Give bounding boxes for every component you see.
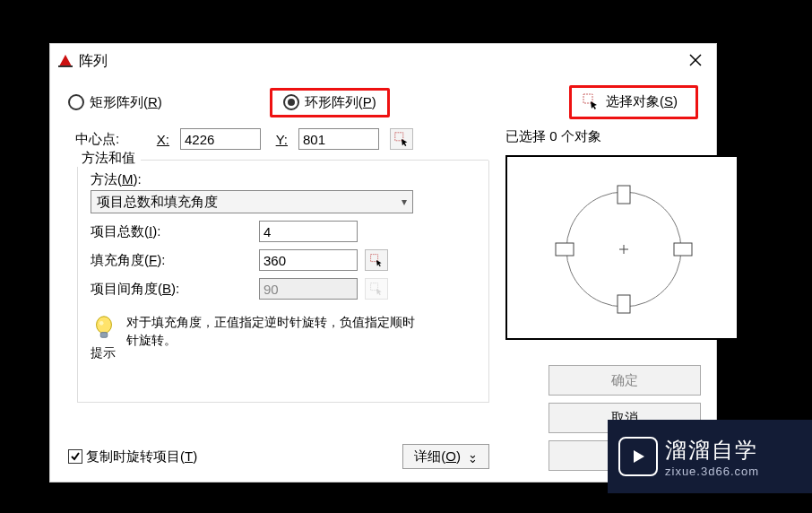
pick-angle-icon — [369, 253, 384, 267]
center-x-input[interactable] — [180, 128, 261, 150]
total-items-input[interactable] — [259, 221, 358, 242]
angle-between-input — [259, 278, 358, 300]
play-icon — [618, 437, 658, 476]
fill-angle-input[interactable] — [259, 249, 358, 271]
polar-array-radio[interactable]: 环形阵列(P) — [283, 94, 376, 111]
method-label: 方法(M): — [91, 171, 476, 188]
rotate-copies-checkbox[interactable]: 复制时旋转项目(T) — [68, 448, 197, 465]
svg-rect-14 — [618, 186, 630, 204]
svg-point-8 — [97, 317, 112, 334]
array-preview — [505, 155, 739, 340]
angle-between-label: 项目间角度(B): — [91, 281, 252, 298]
radio-icon — [283, 94, 299, 110]
hint-section: 提示 对于填充角度，正值指定逆时针旋转，负值指定顺时针旋转。 — [91, 314, 476, 361]
array-dialog: 阵列 矩形阵列(R) 环形阵列(P) 选择对象(S) 已选择 0 个对象 中心点… — [49, 43, 717, 483]
center-y-input[interactable] — [298, 128, 379, 150]
dialog-title: 阵列 — [79, 52, 108, 71]
pick-between-angle-button — [365, 278, 388, 300]
array-type-row: 矩形阵列(R) 环形阵列(P) 选择对象(S) — [50, 78, 716, 125]
svg-marker-18 — [634, 450, 644, 463]
center-point-row: 中心点: X: Y: — [50, 125, 716, 155]
svg-rect-15 — [674, 243, 692, 256]
fill-angle-label: 填充角度(F): — [91, 252, 252, 269]
method-selected: 项目总数和填充角度 — [97, 194, 218, 211]
titlebar: 阵列 — [50, 44, 716, 78]
radio-icon — [68, 94, 84, 110]
svg-rect-17 — [556, 243, 574, 256]
pick-center-button[interactable] — [390, 128, 413, 150]
hint-title: 提示 — [91, 345, 117, 361]
close-icon — [688, 53, 703, 67]
method-value-fieldset: 方法和值 方法(M): 项目总数和填充角度 ▾ 项目总数(I): 填充角度(F)… — [77, 161, 489, 403]
selection-status: 已选择 0 个对象 — [505, 128, 601, 145]
select-objects-icon — [581, 91, 600, 111]
ok-button[interactable]: 确定 — [549, 365, 701, 396]
chevron-down-icon: ▾ — [402, 196, 407, 208]
svg-rect-9 — [100, 333, 108, 338]
svg-point-10 — [99, 321, 104, 326]
double-chevron-down-icon: ⌄⌄ — [468, 450, 478, 463]
svg-marker-0 — [59, 55, 72, 66]
lightbulb-icon — [91, 314, 117, 341]
app-icon — [57, 53, 73, 69]
close-button[interactable] — [682, 48, 709, 73]
total-items-label: 项目总数(I): — [91, 223, 252, 240]
svg-rect-1 — [58, 65, 73, 67]
checkbox-icon — [68, 449, 82, 464]
select-objects-button[interactable]: 选择对象(S) — [606, 93, 678, 110]
pick-angle-icon — [369, 282, 384, 296]
watermark: 溜溜自学 zixue.3d66.com — [608, 420, 812, 493]
method-dropdown[interactable]: 项目总数和填充角度 ▾ — [91, 190, 413, 213]
svg-rect-16 — [618, 295, 630, 313]
pick-fill-angle-button[interactable] — [365, 249, 388, 271]
watermark-text: 溜溜自学 — [665, 436, 759, 465]
details-button[interactable]: 详细(O) ⌄⌄ — [402, 444, 489, 469]
highlight-select-objects: 选择对象(S) — [569, 85, 698, 119]
watermark-url: zixue.3d66.com — [665, 465, 759, 478]
center-point-label: 中心点: — [75, 131, 143, 148]
dialog-bottom-row: 复制时旋转项目(T) 详细(O) ⌄⌄ — [68, 444, 489, 469]
fieldset-legend: 方法和值 — [76, 150, 141, 167]
pick-point-icon — [393, 131, 410, 147]
highlight-polar-array: 环形阵列(P) — [270, 88, 390, 117]
rect-array-radio[interactable]: 矩形阵列(R) — [68, 94, 162, 111]
hint-text: 对于填充角度，正值指定逆时针旋转，负值指定顺时针旋转。 — [126, 314, 422, 349]
